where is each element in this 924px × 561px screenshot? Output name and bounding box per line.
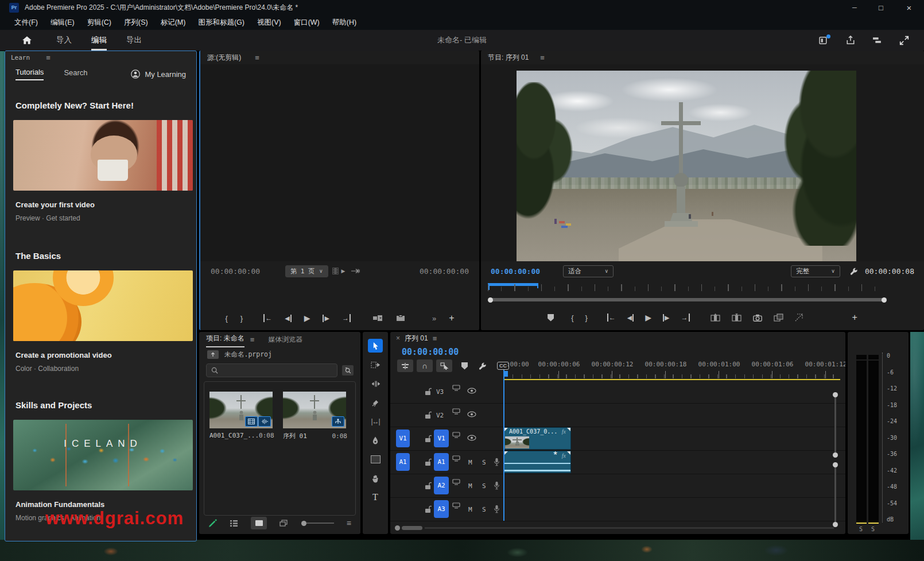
project-item-clip[interactable]: A001_C037_... 0:08: [209, 392, 274, 439]
source-patch-a1[interactable]: A1: [396, 453, 410, 471]
solo-button[interactable]: S: [482, 506, 486, 513]
timeline-ruler[interactable]: :00:00 00:00:00:06 00:00:00:12 00:00:00:…: [504, 359, 837, 379]
more-controls-icon[interactable]: »: [432, 314, 436, 323]
list-view-icon[interactable]: [230, 520, 238, 527]
tab-project[interactable]: 项目: 未命名: [206, 332, 244, 347]
program-mini-timeline[interactable]: [488, 282, 887, 292]
source-settings-icon[interactable]: [351, 268, 360, 274]
go-to-out-icon[interactable]: →: [681, 314, 690, 322]
go-to-in-icon[interactable]: ←: [263, 314, 272, 322]
learn-tab-search[interactable]: Search: [64, 68, 87, 80]
project-item2-name[interactable]: 序列 01: [283, 432, 307, 440]
mute-button[interactable]: M: [468, 482, 472, 490]
learn-panel-menu-icon[interactable]: ≡: [46, 53, 51, 62]
linked-selection-icon[interactable]: [436, 359, 452, 372]
track-label-v2[interactable]: V2: [436, 412, 444, 419]
tool-selection[interactable]: [368, 339, 383, 353]
learn-my-learning[interactable]: My Learning: [145, 70, 186, 79]
step-forward-icon[interactable]: ▶: [323, 315, 329, 322]
go-to-out-icon[interactable]: →: [342, 314, 351, 322]
mic-icon[interactable]: [494, 505, 500, 513]
track-lock-icon[interactable]: [425, 482, 432, 490]
track-output-icon[interactable]: [452, 502, 460, 509]
step-back-icon[interactable]: ◀: [285, 315, 291, 322]
timeline-tab-label[interactable]: 序列 01: [405, 334, 428, 343]
icon-view-button[interactable]: [251, 517, 267, 529]
tool-slip[interactable]: |↔|: [371, 415, 379, 428]
program-quality-select[interactable]: 完整 ∨: [791, 265, 840, 277]
mark-in-icon[interactable]: {: [571, 314, 573, 322]
track-lock-icon[interactable]: [425, 458, 432, 466]
play-button[interactable]: ▶: [304, 314, 310, 323]
lift-icon[interactable]: [711, 314, 720, 322]
eye-icon[interactable]: [467, 435, 476, 441]
mic-icon[interactable]: [494, 458, 500, 466]
menu-graphics[interactable]: 图形和标题(G): [192, 18, 251, 28]
minimize-button[interactable]: ─: [841, 4, 868, 11]
source-monitor-menu-icon[interactable]: ≡: [255, 53, 259, 62]
timeline-playhead[interactable]: [503, 370, 504, 521]
mark-out-icon[interactable]: }: [240, 314, 243, 323]
menu-view[interactable]: 视图(V): [251, 18, 288, 28]
menu-clip[interactable]: 剪辑(C): [81, 18, 118, 28]
timeline-menu-icon[interactable]: ≡: [433, 334, 437, 343]
meter-solo-right[interactable]: S: [871, 526, 875, 532]
project-writable-icon[interactable]: [208, 519, 217, 528]
step-forward-icon[interactable]: ▶: [663, 314, 669, 322]
extract-icon[interactable]: [732, 314, 741, 322]
program-zoom-scrollbar[interactable]: [488, 297, 887, 303]
play-button[interactable]: ▶: [645, 313, 651, 322]
wrench-icon[interactable]: [849, 267, 858, 276]
eye-icon[interactable]: [467, 411, 476, 417]
menu-markers[interactable]: 标记(M): [154, 18, 192, 28]
track-output-icon[interactable]: [452, 479, 460, 485]
timeline-clip-video[interactable]: A001_C037_0... fx: [504, 427, 571, 450]
source-patch-v1[interactable]: V1: [396, 430, 410, 447]
learn-card1-image[interactable]: [13, 120, 193, 191]
tool-track-select-forward[interactable]: [371, 358, 381, 372]
learn-panel-title[interactable]: Learn: [11, 54, 30, 61]
project-breadcrumb[interactable]: 未命名.prproj: [224, 350, 272, 359]
track-output-icon[interactable]: [452, 455, 460, 462]
timeline-tab-close-icon[interactable]: ×: [396, 334, 400, 342]
track-label-v3[interactable]: V3: [436, 388, 444, 396]
nest-insert-icon[interactable]: [397, 359, 413, 372]
go-to-in-icon[interactable]: ←: [607, 314, 616, 322]
solo-button[interactable]: S: [482, 459, 486, 466]
mark-in-icon[interactable]: {: [226, 314, 228, 323]
track-output-icon[interactable]: [452, 385, 460, 391]
overwrite-icon[interactable]: [395, 314, 406, 322]
clip-fx-badge[interactable]: fx: [562, 428, 566, 435]
track-output-icon[interactable]: [452, 432, 460, 438]
quick-export-progress-icon[interactable]: [819, 36, 829, 45]
source-page-selector[interactable]: 第 1 页 ∨: [285, 265, 328, 277]
learn-card3-image[interactable]: ICELAND: [13, 420, 193, 490]
add-button-icon[interactable]: +: [852, 312, 857, 323]
learn-card3-title[interactable]: Animation Fundamentals: [15, 500, 104, 509]
thumbnail-zoom-slider[interactable]: [301, 521, 334, 526]
tab-media-browser[interactable]: 媒体浏览器: [268, 335, 302, 345]
tool-type[interactable]: T: [372, 490, 378, 504]
project-item1-name[interactable]: A001_C037_...: [209, 432, 259, 439]
track-lock-icon[interactable]: [425, 435, 432, 443]
menu-file[interactable]: 文件(F): [8, 18, 44, 28]
mute-button[interactable]: M: [468, 506, 472, 513]
timeline-marker-icon[interactable]: [461, 362, 468, 370]
insert-icon[interactable]: [372, 314, 383, 322]
menu-sequence[interactable]: 序列(S): [118, 18, 154, 28]
project-panel-menu-icon[interactable]: ≡: [250, 335, 255, 344]
track-target-a3[interactable]: A3: [434, 500, 449, 518]
tool-hand[interactable]: [372, 471, 379, 485]
track-output-icon[interactable]: [452, 408, 460, 415]
step-back-icon[interactable]: ◀: [627, 314, 634, 322]
learn-card1-title[interactable]: Create your first video: [15, 200, 95, 209]
person-icon[interactable]: [131, 69, 140, 79]
timeline-hscroll[interactable]: [390, 525, 834, 532]
tool-ripple-edit[interactable]: [371, 377, 381, 390]
sort-icon[interactable]: ≡: [347, 519, 351, 528]
mic-icon[interactable]: [494, 481, 500, 490]
track-target-v1[interactable]: V1: [434, 430, 449, 447]
menu-help[interactable]: 帮助(H): [326, 18, 363, 28]
tool-rectangle[interactable]: [371, 452, 381, 466]
source-monitor-title[interactable]: 源:(无剪辑): [207, 53, 241, 63]
